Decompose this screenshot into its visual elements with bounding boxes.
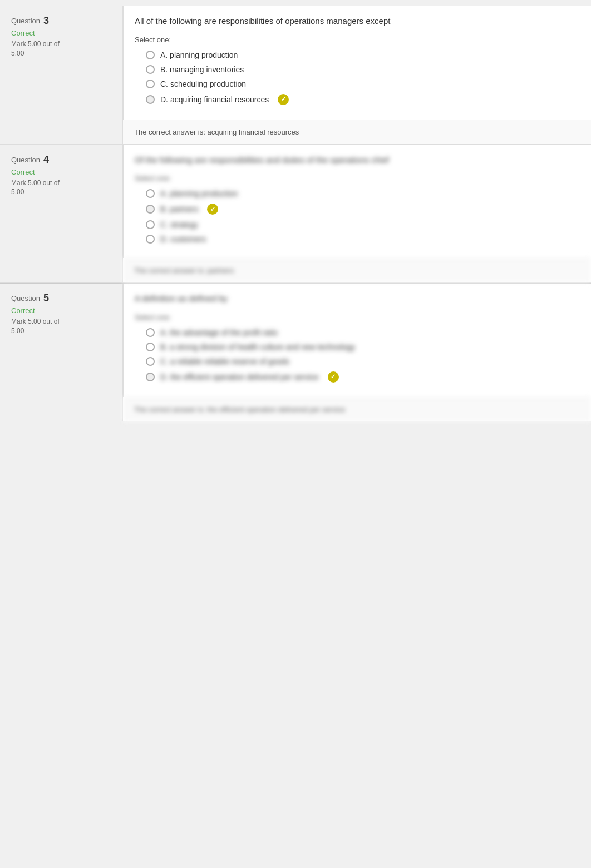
- question-3-options: A. planning production B. managing inven…: [146, 51, 574, 105]
- radio-5-d[interactable]: [146, 373, 155, 381]
- option-5-c[interactable]: C. a reliable reliable reserve of goods: [146, 357, 574, 366]
- question-4-status: Correct: [11, 168, 111, 176]
- radio-4-d[interactable]: [146, 235, 155, 244]
- question-3-correct-answer: The correct answer is: acquiring financi…: [123, 120, 591, 144]
- question-4-options: A. planning production B. partners C. st…: [146, 189, 574, 244]
- option-4-d[interactable]: D. customers: [146, 235, 574, 244]
- option-4-b[interactable]: B. partners: [146, 204, 574, 215]
- question-5-options: A. the advantage of the profit ratio B. …: [146, 328, 574, 383]
- question-5-sidebar: Question 5 Correct Mark 5.00 out of5.00: [0, 284, 122, 421]
- option-4-c[interactable]: C. strategy: [146, 220, 574, 229]
- question-3-text-content: All of the following are responsibilitie…: [135, 15, 574, 28]
- option-5-a-text: A. the advantage of the profit ratio: [160, 328, 278, 337]
- question-5-text: Question: [11, 294, 40, 302]
- question-4-number: 4: [43, 154, 49, 166]
- option-3-d[interactable]: D. acquiring financial resources: [146, 94, 574, 105]
- question-4-text: Question: [11, 156, 40, 164]
- question-4-select-label: Select one:: [135, 174, 574, 182]
- option-5-b-text: B. a strong division of health culture a…: [160, 343, 355, 351]
- question-5-label: Question 5: [11, 292, 111, 304]
- radio-3-b[interactable]: [146, 65, 155, 74]
- question-4-correct-answer: The correct answer is: partners: [123, 258, 591, 282]
- bottom-spacer: [0, 421, 591, 533]
- option-5-d[interactable]: D. the efficient operation delivered per…: [146, 371, 574, 383]
- question-3-select-label: Select one:: [135, 36, 574, 44]
- question-5-correct-answer: The correct answer is: the efficient ope…: [123, 397, 591, 421]
- question-block-3: q3 Question 3 Correct Mark 5.00 out of5.…: [0, 6, 591, 144]
- option-3-b[interactable]: B. managing inventories: [146, 65, 574, 74]
- question-5-select-label: Select one:: [135, 313, 574, 321]
- option-4-a[interactable]: A. planning production: [146, 189, 574, 198]
- option-5-d-text: D. the efficient operation delivered per…: [160, 373, 319, 381]
- radio-3-a[interactable]: [146, 51, 155, 59]
- question-3-label: q3 Question 3: [11, 15, 111, 27]
- question-3-sidebar: q3 Question 3 Correct Mark 5.00 out of5.…: [0, 6, 122, 144]
- option-5-b[interactable]: B. a strong division of health culture a…: [146, 343, 574, 351]
- option-3-c[interactable]: C. scheduling production: [146, 80, 574, 88]
- radio-4-b[interactable]: [146, 205, 155, 214]
- correct-check-4: [207, 204, 218, 215]
- page-wrapper: q3 Question 3 Correct Mark 5.00 out of5.…: [0, 0, 591, 868]
- option-4-a-text: A. planning production: [160, 189, 238, 198]
- question-5-mark: Mark 5.00 out of5.00: [11, 317, 111, 336]
- question-5-status: Correct: [11, 306, 111, 315]
- radio-4-a[interactable]: [146, 189, 155, 198]
- option-4-c-text: C. strategy: [160, 220, 198, 229]
- radio-3-d[interactable]: [146, 95, 155, 104]
- correct-check-5: [328, 371, 339, 383]
- option-3-b-text: B. managing inventories: [160, 65, 244, 74]
- option-5-a[interactable]: A. the advantage of the profit ratio: [146, 328, 574, 337]
- question-5-content: A definition as defined by Select one: A…: [123, 284, 591, 397]
- question-3-mark: Mark 5.00 out of5.00: [11, 39, 111, 58]
- question-3-status: Correct: [11, 29, 111, 37]
- radio-4-c[interactable]: [146, 220, 155, 229]
- option-4-d-text: D. customers: [160, 235, 206, 244]
- question-4-mark: Mark 5.00 out of5.00: [11, 178, 111, 197]
- question-3-text: Question: [11, 17, 40, 25]
- correct-check-3: [278, 94, 289, 105]
- question-4-text-content: Of the following are responsibilities an…: [135, 154, 574, 167]
- radio-5-c[interactable]: [146, 357, 155, 366]
- radio-3-c[interactable]: [146, 80, 155, 88]
- question-4-label: Question 4: [11, 154, 111, 166]
- option-3-a-text: A. planning production: [160, 51, 238, 59]
- option-5-c-text: C. a reliable reliable reserve of goods: [160, 357, 289, 366]
- option-3-a[interactable]: A. planning production: [146, 51, 574, 59]
- question-block-5: Question 5 Correct Mark 5.00 out of5.00 …: [0, 283, 591, 421]
- question-block-4: Question 4 Correct Mark 5.00 out of5.00 …: [0, 145, 591, 283]
- question-5-text-content: A definition as defined by: [135, 292, 574, 305]
- question-3-content: All of the following are responsibilitie…: [123, 6, 591, 120]
- option-3-d-text: D. acquiring financial resources: [160, 95, 269, 104]
- question-4-content: Of the following are responsibilities an…: [123, 145, 591, 259]
- radio-5-a[interactable]: [146, 328, 155, 337]
- question-4-sidebar: Question 4 Correct Mark 5.00 out of5.00: [0, 145, 122, 283]
- question-3-number: 3: [43, 15, 49, 27]
- question-5-number: 5: [43, 292, 49, 304]
- option-3-c-text: C. scheduling production: [160, 80, 246, 88]
- option-4-b-text: B. partners: [160, 205, 198, 214]
- radio-5-b[interactable]: [146, 343, 155, 351]
